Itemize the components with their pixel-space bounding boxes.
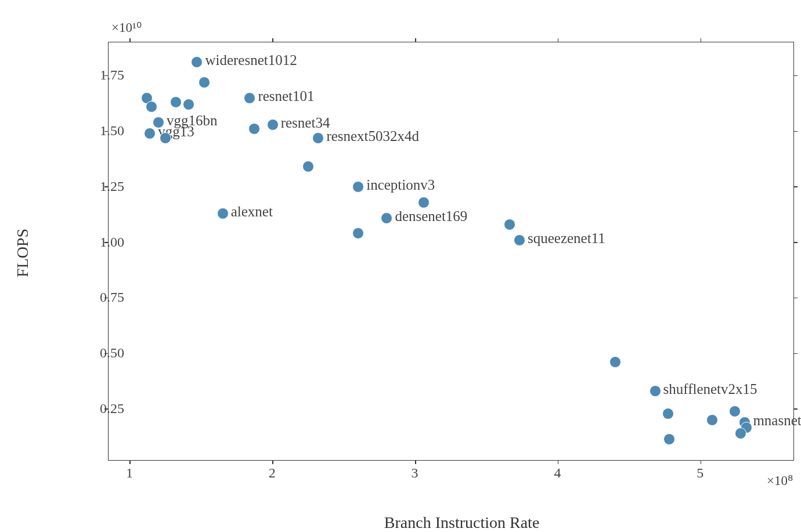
point-label: mnasnet10 (753, 412, 801, 429)
point-label: alexnet (231, 204, 273, 220)
scatter-point (248, 123, 260, 135)
scatter-point (352, 181, 364, 193)
scatter-point (302, 161, 314, 172)
scatter-point (312, 132, 324, 144)
scatter-point (504, 219, 515, 230)
point-label: squeezenet11 (528, 230, 605, 247)
y-tick-mark (793, 408, 798, 410)
x-tick-label: 5 (697, 465, 703, 481)
x-tick-mark (701, 460, 702, 464)
y-tick-label: 0.75 (100, 289, 124, 305)
scatter-point (199, 77, 210, 88)
scatter-point (735, 428, 746, 439)
point-label: inceptionv3 (366, 177, 435, 193)
y-tick-mark (793, 186, 798, 187)
y-tick-label: 1.50 (100, 123, 124, 139)
y-tick-mark (793, 242, 798, 243)
x-tick-label: 2 (269, 465, 276, 481)
y-tick-label: 0.50 (100, 345, 124, 361)
y-tick-label: 0.25 (100, 400, 124, 416)
x-tick-mark (415, 38, 416, 42)
scatter-point (170, 96, 182, 108)
scatter-point (144, 128, 156, 139)
scatter-point (418, 197, 430, 208)
y-tick-mark (793, 353, 798, 354)
scatter-point (650, 385, 661, 397)
scatter-point (160, 132, 171, 144)
x-tick-mark (129, 38, 131, 42)
point-label: wideresnet1012 (205, 52, 297, 68)
scatter-point (267, 119, 279, 131)
scatter-point (146, 101, 157, 113)
point-label: resnet101 (258, 88, 314, 104)
x-tick-label: 3 (412, 465, 418, 481)
scatter-point (183, 99, 194, 110)
scatter-point (706, 414, 718, 426)
point-label: resnet34 (281, 115, 330, 131)
x-tick-mark (415, 460, 416, 464)
scatter-point (191, 56, 203, 68)
scatter-point (514, 234, 525, 246)
x-tick-mark (272, 38, 273, 42)
y-tick-label: 1.25 (100, 178, 124, 194)
scatter-point (352, 227, 364, 239)
x-tick-mark (558, 460, 559, 464)
scatter-point (217, 208, 229, 219)
scatter-point (609, 356, 621, 368)
scatter-point (729, 406, 741, 417)
x-axis-label: Branch Instruction Rate (384, 513, 539, 532)
scatter-point (381, 212, 392, 224)
point-label: resnext5032x4d (326, 128, 419, 144)
scatter-point (663, 433, 675, 445)
point-label: densenet169 (395, 208, 467, 225)
plot-area: wideresnet1012resnet101vgg16bnresnet34vg… (108, 42, 794, 461)
x-tick-mark (558, 38, 559, 42)
x-tick-mark (701, 38, 702, 42)
y-tick-mark (793, 131, 798, 132)
x-tick-label: 4 (554, 465, 561, 481)
scatter-point (662, 408, 674, 419)
y-axis-offset-text: ×10¹⁰ (111, 20, 142, 35)
chart-container: ×10¹⁰ ×10⁸ wideresnet1012resnet101vgg16b… (12, 12, 801, 532)
x-axis-offset-text: ×10⁸ (767, 473, 793, 488)
y-tick-mark (793, 298, 798, 299)
scatter-point (244, 92, 255, 104)
y-tick-label: 1.75 (100, 67, 124, 83)
point-label: shufflenetv2x15 (663, 381, 757, 397)
x-tick-mark (129, 460, 131, 464)
x-tick-mark (272, 460, 273, 464)
x-tick-label: 1 (126, 465, 133, 481)
y-tick-label: 1.00 (100, 234, 124, 249)
y-tick-mark (793, 75, 798, 77)
